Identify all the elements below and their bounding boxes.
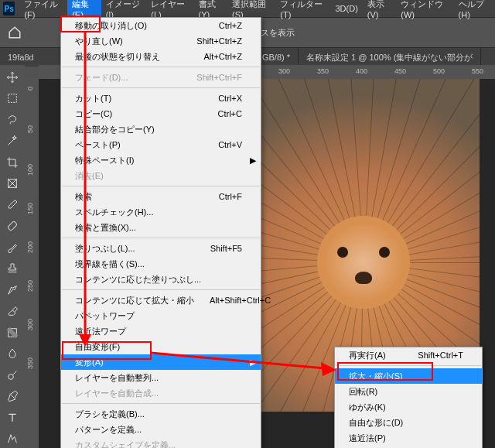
ruler-tick: 300 [26, 319, 34, 330]
transform-submenu: 再実行(A)Shift+Ctrl+T拡大・縮小(S)回転(R)ゆがみ(K)自由な… [334, 347, 483, 448]
edit-menu-item-10[interactable]: 特殊ペースト(I)▶ [61, 152, 261, 168]
tool-frame[interactable] [3, 175, 22, 193]
edit-menu: 移動の取り消し(O)Ctrl+Zやり直し(W)Shift+Ctrl+Z最後の状態… [60, 17, 261, 448]
edit-menu-item-21[interactable]: コンテンツに応じて拡大・縮小Alt+Shift+Ctrl+C [61, 292, 261, 308]
tool-type[interactable] [3, 409, 22, 427]
edit-menu-item-6[interactable]: カット(T)Ctrl+X [61, 91, 261, 106]
home-icon[interactable] [5, 22, 25, 43]
ruler-tick: 50 [26, 125, 34, 133]
tool-gradient[interactable] [3, 323, 22, 342]
dog-face [317, 216, 410, 309]
edit-menu-item-8[interactable]: 結合部分をコピー(Y) [61, 121, 261, 137]
edit-menu-item-0[interactable]: 移動の取り消し(O)Ctrl+Z [61, 18, 261, 33]
dog-eye-left [337, 247, 348, 258]
tool-path[interactable] [3, 430, 22, 449]
edit-menu-item-25[interactable]: 変形(A)▶ [61, 354, 261, 370]
edit-menu-item-29[interactable]: ブラシを定義(B)... [61, 406, 261, 422]
ruler-tick: 500 [433, 67, 445, 75]
ruler-tick: 450 [394, 67, 406, 75]
svg-rect-0 [9, 94, 17, 103]
edit-menu-item-7[interactable]: コピー(C)Ctrl+C [61, 106, 261, 121]
ruler-tick: 300 [278, 67, 290, 75]
menu-window[interactable]: ウィンドウ(W) [396, 0, 453, 22]
app-logo: Ps [3, 2, 15, 15]
edit-menu-item-14[interactable]: スペルチェック(H)... [61, 204, 261, 220]
menu-view[interactable]: 表示(V) [363, 0, 396, 22]
edit-menu-item-24[interactable]: 自由変形(F) [61, 339, 261, 354]
dog-nose [355, 272, 372, 284]
edit-menu-item-4: フェード(D)...Shift+Ctrl+F [61, 70, 261, 85]
edit-menu-item-2[interactable]: 最後の状態を切り替えAlt+Ctrl+Z [61, 49, 261, 64]
tool-blur[interactable] [3, 345, 22, 364]
transform-submenu-item-4[interactable]: ゆがみ(K) [335, 399, 482, 415]
tool-history[interactable] [3, 281, 22, 299]
ruler-tick: 100 [26, 164, 34, 176]
tool-brush[interactable] [3, 238, 22, 257]
transform-submenu-item-5[interactable]: 自由な形に(D) [335, 415, 482, 430]
ruler-tick: 350 [26, 357, 34, 369]
doc-tab-3[interactable]: 名称未設定 1 @ 100% (集中線がない部分が [299, 48, 481, 67]
tool-eyedropper[interactable] [3, 196, 22, 214]
tool-stamp[interactable] [3, 260, 22, 279]
edit-menu-item-27: レイヤーを自動合成... [61, 385, 261, 401]
edit-menu-item-17[interactable]: 塗りつぶし(L)...Shift+F5 [61, 241, 261, 256]
tool-dodge[interactable] [3, 366, 22, 385]
edit-menu-item-31: カスタムシェイプを定義... [61, 437, 261, 448]
menu-3d[interactable]: 3D(D) [330, 2, 362, 15]
edit-menu-item-23[interactable]: 遠近法ワープ [61, 323, 261, 339]
transform-submenu-item-0[interactable]: 再実行(A)Shift+Ctrl+T [335, 347, 482, 363]
ruler-tick: 200 [26, 241, 34, 253]
ruler-tick: 150 [26, 203, 34, 214]
transform-submenu-item-3[interactable]: 回転(R) [335, 384, 482, 399]
transform-submenu-item-6[interactable]: 遠近法(P) [335, 430, 482, 446]
ruler-vertical: 0 50 100 150 200 250 300 350 [25, 79, 39, 448]
tool-crop[interactable] [3, 153, 22, 172]
doc-tab-1[interactable]: 19fa8d [0, 48, 63, 67]
edit-menu-item-9[interactable]: ペースト(P)Ctrl+V [61, 137, 261, 152]
dog-eye-right [379, 247, 390, 258]
edit-menu-item-26[interactable]: レイヤーを自動整列... [61, 370, 261, 385]
ruler-tick: 250 [26, 280, 34, 292]
ruler-tick: 0 [26, 87, 34, 91]
tool-lasso[interactable] [3, 111, 22, 129]
svg-rect-2 [7, 221, 17, 231]
tool-pen[interactable] [3, 388, 22, 406]
tool-healing[interactable] [3, 217, 22, 236]
edit-menu-item-18[interactable]: 境界線を描く(S)... [61, 256, 261, 272]
ruler-tick: 550 [472, 67, 483, 75]
edit-menu-item-22[interactable]: パペットワープ [61, 308, 261, 323]
edit-menu-item-19[interactable]: コンテンツに応じた塗りつぶし... [61, 272, 261, 287]
edit-menu-item-11: 消去(E) [61, 168, 261, 183]
tool-move[interactable] [3, 68, 22, 87]
edit-menu-item-30[interactable]: パターンを定義... [61, 422, 261, 437]
transform-submenu-item-2[interactable]: 拡大・縮小(S) [335, 368, 482, 384]
tool-marquee[interactable] [3, 90, 22, 108]
edit-menu-item-13[interactable]: 検索Ctrl+F [61, 189, 261, 204]
edit-menu-item-1[interactable]: やり直し(W)Shift+Ctrl+Z [61, 33, 261, 49]
ruler-tick: 350 [317, 67, 329, 75]
edit-menu-item-15[interactable]: 検索と置換(X)... [61, 220, 261, 235]
svg-point-4 [9, 374, 14, 379]
menu-filter[interactable]: フィルター(T) [275, 0, 330, 22]
tool-eraser[interactable] [3, 303, 22, 321]
ruler-tick: 400 [356, 67, 367, 75]
toolbar [0, 65, 25, 448]
tool-wand[interactable] [3, 132, 22, 151]
menu-help[interactable]: ヘルプ(H) [454, 0, 495, 22]
